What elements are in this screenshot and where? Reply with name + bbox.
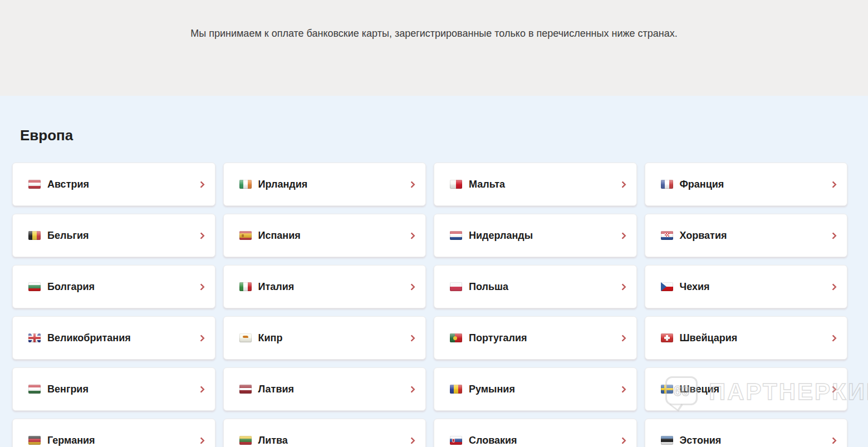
country-name: Великобритания [47,332,131,344]
info-banner: Мы принимаем к оплате банковские карты, … [0,0,868,96]
country-name: Швеция [680,384,720,395]
country-flag-icon [28,180,41,189]
country-name: Венгрия [47,384,89,395]
country-flag-icon [239,385,252,394]
country-flag-icon [450,231,462,240]
chevron-right-icon [408,232,415,239]
country-name: Германия [47,435,95,446]
country-card[interactable]: Германия [12,419,215,447]
chevron-right-icon [619,386,626,393]
chevron-right-icon [408,437,415,444]
country-flag-icon [450,333,462,342]
country-name: Нидерланды [469,230,533,242]
chevron-right-icon [198,181,205,188]
chevron-right-icon [619,283,626,291]
country-name: Испания [258,230,301,242]
country-card[interactable]: Швеция [645,367,848,411]
chevron-right-icon [830,283,837,291]
country-flag-icon [239,333,252,342]
chevron-right-icon [198,232,205,239]
chevron-right-icon [619,335,626,342]
country-flag-icon [28,385,41,394]
country-card[interactable]: Нидерланды [434,214,637,257]
chevron-right-icon [198,335,205,342]
country-card[interactable]: Чехия [645,265,848,308]
chevron-right-icon [408,386,415,393]
country-name: Польша [469,281,508,293]
country-card[interactable]: Франция [645,163,848,206]
country-flag-icon [661,180,673,189]
chevron-right-icon [619,437,626,444]
info-banner-text: Мы принимаем к оплате банковские карты, … [0,27,868,40]
country-card[interactable]: Литва [223,419,426,447]
chevron-right-icon [830,437,837,444]
chevron-right-icon [619,232,626,239]
chevron-right-icon [198,283,205,291]
country-card[interactable]: Австрия [12,163,215,206]
chevron-right-icon [408,335,415,342]
country-card[interactable]: Швейцария [645,316,848,360]
country-flag-icon [450,282,462,291]
country-name: Словакия [469,435,517,446]
chevron-right-icon [619,181,626,188]
section-title: Европа [20,126,847,144]
chevron-right-icon [830,181,837,188]
country-flag-icon [28,436,41,445]
country-card[interactable]: Испания [223,214,426,257]
country-card[interactable]: Словакия [434,419,637,447]
country-flag-icon [661,282,673,291]
country-card[interactable]: Великобритания [12,316,215,360]
chevron-right-icon [830,335,837,342]
chevron-right-icon [408,181,415,188]
country-name: Франция [680,179,724,190]
europe-section: Европа Австрия Ирландия Мальта Франция Б… [0,96,868,447]
country-name: Латвия [258,384,295,395]
country-card[interactable]: Польша [434,265,637,308]
country-card[interactable]: Бельгия [12,214,215,257]
country-card[interactable]: Италия [223,265,426,308]
country-flag-icon [450,180,462,189]
country-card[interactable]: Латвия [223,367,426,411]
country-name: Кипр [258,332,283,344]
country-name: Португалия [469,332,527,344]
country-flag-icon [28,231,41,240]
country-flag-icon [28,333,41,342]
country-name: Румыния [469,384,515,395]
country-card[interactable]: Венгрия [12,367,215,411]
country-flag-icon [239,436,252,445]
country-name: Литва [258,435,288,446]
country-name: Чехия [680,281,710,293]
country-card[interactable]: Хорватия [645,214,848,257]
country-name: Швейцария [680,332,738,344]
country-card[interactable]: Болгария [12,265,215,308]
country-flag-icon [661,385,673,394]
country-card[interactable]: Мальта [434,163,637,206]
chevron-right-icon [198,437,205,444]
country-flag-icon [661,231,673,240]
country-flag-icon [450,385,462,394]
country-name: Болгария [47,281,95,293]
country-flag-icon [239,180,252,189]
country-name: Бельгия [47,230,89,242]
country-name: Мальта [469,179,505,190]
country-card[interactable]: Румыния [434,367,637,411]
country-name: Австрия [47,179,89,190]
country-flag-icon [450,436,462,445]
chevron-right-icon [198,386,205,393]
country-name: Эстония [680,435,722,446]
country-flag-icon [239,231,252,240]
country-flag-icon [239,282,252,291]
country-card[interactable]: Ирландия [223,163,426,206]
country-card[interactable]: Эстония [645,419,848,447]
chevron-right-icon [408,283,415,291]
country-name: Ирландия [258,179,308,190]
country-flag-icon [28,282,41,291]
chevron-right-icon [830,232,837,239]
country-grid: Австрия Ирландия Мальта Франция Бельгия … [12,163,847,447]
country-flag-icon [661,333,673,342]
chevron-right-icon [830,386,837,393]
country-name: Хорватия [680,230,727,242]
country-name: Италия [258,281,295,293]
country-card[interactable]: Португалия [434,316,637,360]
country-card[interactable]: Кипр [223,316,426,360]
